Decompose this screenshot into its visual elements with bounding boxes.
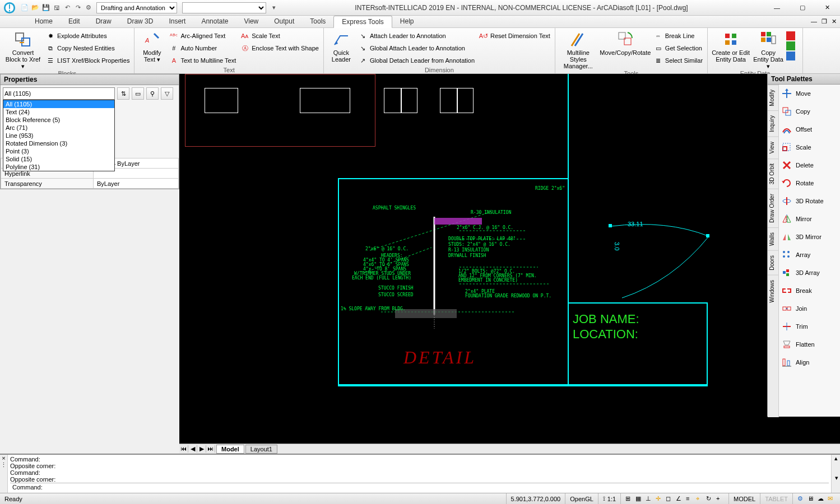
tool-move[interactable]: Move xyxy=(779,85,840,102)
open-icon[interactable]: 📂 xyxy=(31,3,40,12)
settings-tray-icon[interactable]: ⚙ xyxy=(797,495,805,503)
global-detach-leader-button[interactable]: ↗Global Detach Leader from Annotation xyxy=(358,55,476,66)
cloud-tray-icon[interactable]: ☁ xyxy=(818,495,825,503)
tab-express-tools[interactable]: Express Tools xyxy=(333,16,392,28)
tool-join[interactable]: Join xyxy=(779,300,840,318)
cmd-grip-icon[interactable]: ⋮ xyxy=(1,461,7,469)
explode-attributes-button[interactable]: ✸Explode Attributes xyxy=(45,30,131,41)
tab-edit[interactable]: Edit xyxy=(61,16,88,28)
properties-filter-option[interactable]: Text (24) xyxy=(3,108,114,116)
display-tray-icon[interactable]: 🖥 xyxy=(807,495,815,503)
convert-block-to-xref-button[interactable]: ConvertBlock to Xref ▾ xyxy=(3,29,43,69)
lwt-toggle-icon[interactable]: ≡ xyxy=(686,495,694,503)
tool-scale[interactable]: Scale xyxy=(779,138,840,156)
workspace-secondary-dropdown[interactable] xyxy=(182,2,266,13)
layout1-tab[interactable]: Layout1 xyxy=(245,445,277,454)
tab-draw[interactable]: Draw xyxy=(88,16,119,28)
arc-aligned-text-button[interactable]: ᴬᴮᶜArc-Aligned Text xyxy=(168,30,237,41)
tool-palettes-title[interactable]: Tool Palettes xyxy=(768,74,840,85)
tool-3d-rotate[interactable]: 3D Rotate xyxy=(779,192,840,210)
ortho-toggle-icon[interactable]: ⊥ xyxy=(646,495,653,503)
palette-tab-3d-orbit[interactable]: 3D Orbit xyxy=(768,158,778,189)
enclose-text-button[interactable]: ⒶEnclose Text with Shape xyxy=(239,43,320,54)
create-edit-entity-data-button[interactable]: Create or EditEntity Data xyxy=(711,29,750,63)
select-similar-button[interactable]: ≣Select Similar xyxy=(653,55,704,66)
maximize-button[interactable]: ▢ xyxy=(790,0,815,16)
palette-tab-view[interactable]: View xyxy=(768,137,778,158)
properties-filter-option[interactable]: Polyline (31) xyxy=(3,163,114,171)
mdi-minimize-icon[interactable]: — xyxy=(811,18,817,25)
text-to-multiline-button[interactable]: AText to Multiline Text xyxy=(168,55,237,66)
tool-align[interactable]: Align xyxy=(779,353,840,371)
tab-nav-next-icon[interactable]: ▶ xyxy=(197,445,206,452)
close-button[interactable]: ✕ xyxy=(815,0,840,16)
attach-leader-button[interactable]: ↘Attach Leader to Annotation xyxy=(358,30,476,41)
otrack-toggle-icon[interactable]: ∠ xyxy=(676,495,684,503)
tab-nav-prev-icon[interactable]: ◀ xyxy=(188,445,197,452)
properties-filter-option[interactable]: Rotated Dimension (3) xyxy=(3,139,114,147)
palette-tab-doors[interactable]: Doors xyxy=(768,250,778,275)
tab-output[interactable]: Output xyxy=(266,16,302,28)
saveall-icon[interactable]: 🖫 xyxy=(52,3,61,12)
status-model[interactable]: MODEL xyxy=(728,493,760,504)
tool-3d-array[interactable]: 3D Array xyxy=(779,264,840,282)
tool-offset[interactable]: Offset xyxy=(779,120,840,138)
command-window[interactable]: ×⋮ Command: Opposite corner: Command: Op… xyxy=(0,454,840,493)
auto-number-button[interactable]: #Auto Number xyxy=(168,43,237,54)
properties-filter-option[interactable]: Line (953) xyxy=(3,132,114,139)
cmd-close-icon[interactable]: × xyxy=(2,455,5,461)
grid-toggle-icon[interactable]: ▦ xyxy=(635,495,643,503)
properties-filter-option[interactable]: Solid (15) xyxy=(3,155,114,163)
properties-filter-dropdown[interactable]: All (1105)Text (24)Block Reference (5)Ar… xyxy=(3,100,115,171)
properties-filter-select[interactable] xyxy=(3,87,115,100)
snap-toggle-icon[interactable]: ⊞ xyxy=(625,495,633,503)
mail-tray-icon[interactable]: ✉ xyxy=(828,495,836,503)
status-annoscale[interactable]: ⟟ 1:1 xyxy=(598,493,620,504)
palette-tab-windows[interactable]: Windows xyxy=(768,275,778,307)
tab-home[interactable]: Home xyxy=(27,16,61,28)
osnap-toggle-icon[interactable]: ◻ xyxy=(666,495,674,503)
tab-tools[interactable]: Tools xyxy=(302,16,333,28)
cmd-scrollbar[interactable]: ▴ ▾ xyxy=(831,455,840,493)
palette-tab-inquiry[interactable]: Inquiry xyxy=(768,110,778,137)
model-tab[interactable]: Model xyxy=(216,445,244,454)
palette-tab-draw-order[interactable]: Draw Order xyxy=(768,189,778,227)
cmd-prompt[interactable]: Command: xyxy=(10,483,829,491)
status-coords[interactable]: 5.901,3.772,0.000 xyxy=(506,493,565,504)
tool-mirror[interactable]: Mirror xyxy=(779,210,840,228)
tool-trim[interactable]: Trim xyxy=(779,318,840,335)
list-xref-block-properties-button[interactable]: ☰LIST Xref/Block Properties xyxy=(45,55,131,66)
tab-annotate[interactable]: Annotate xyxy=(193,16,236,28)
entity-extra-icon-1[interactable] xyxy=(786,31,795,40)
properties-filter-option[interactable]: Point (3) xyxy=(3,147,114,155)
workspace-gear-icon[interactable]: ⚙ xyxy=(84,3,93,12)
modify-text-button[interactable]: A ModifyText ▾ xyxy=(138,29,166,63)
properties-quick-select-icon[interactable]: ⚲ xyxy=(146,87,159,100)
multiline-styles-button[interactable]: Multiline StylesManager... xyxy=(559,29,598,69)
tab-help[interactable]: Help xyxy=(392,16,422,28)
tool-copy[interactable]: Copy xyxy=(779,102,840,120)
move-copy-rotate-button[interactable]: Move/Copy/Rotate xyxy=(600,29,651,56)
entity-extra-icon-2[interactable] xyxy=(786,41,795,50)
mdi-restore-icon[interactable]: ❐ xyxy=(822,18,827,25)
prop-row-transparency[interactable]: TransparencyByLayer xyxy=(1,179,179,189)
copy-nested-entities-button[interactable]: ⧉Copy Nested Entities xyxy=(45,43,131,54)
tool-flatten[interactable]: Flatten xyxy=(779,335,840,353)
properties-filter-option[interactable]: Block Reference (5) xyxy=(3,116,114,124)
copy-entity-data-button[interactable]: CopyEntity Data ▾ xyxy=(753,29,784,69)
tool-array[interactable]: Array xyxy=(779,246,840,264)
status-opengl[interactable]: OpenGL xyxy=(565,493,598,504)
tab-nav-last-icon[interactable]: ⏭ xyxy=(206,445,215,452)
polar-toggle-icon[interactable]: ✛ xyxy=(656,495,663,503)
drawing-canvas[interactable]: 33.11 3.0 JOB NAME: LOCATION: DETAIL ASP… xyxy=(179,74,840,444)
scale-text-button[interactable]: AᴀScale Text xyxy=(239,30,320,41)
tool-break[interactable]: Break xyxy=(779,282,840,300)
tab-insert[interactable]: Insert xyxy=(161,16,193,28)
save-icon[interactable]: 💾 xyxy=(41,3,50,12)
dyn-toggle-icon[interactable]: ⌖ xyxy=(696,495,704,503)
entity-extra-icon-3[interactable] xyxy=(786,52,795,60)
properties-title[interactable]: Properties xyxy=(1,74,179,85)
new-icon[interactable]: 📄 xyxy=(20,3,29,12)
workspace-dropdown[interactable]: Drafting and Annotation xyxy=(96,2,177,13)
minimize-button[interactable]: — xyxy=(764,0,790,16)
